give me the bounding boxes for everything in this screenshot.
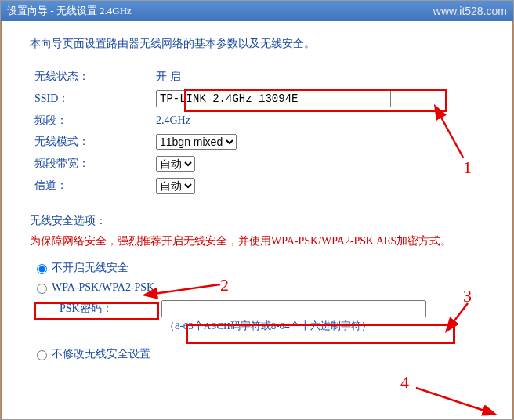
psk-hint: （8-63个ASCII码字符或8-64个十六进制字符） <box>165 319 498 333</box>
radio-wpa[interactable] <box>37 284 47 294</box>
wireless-status-label: 无线状态： <box>30 67 151 87</box>
radio-keep[interactable] <box>37 350 47 360</box>
annotation-number-1: 1 <box>463 158 472 178</box>
annotation-number-3: 3 <box>463 286 472 306</box>
band-label: 频段： <box>30 110 151 131</box>
radio-wpa-label: WPA-PSK/WPA2-PSK <box>52 281 154 294</box>
bandwidth-select[interactable]: 自动 <box>156 156 195 172</box>
psk-input[interactable] <box>161 300 426 317</box>
ssid-input[interactable] <box>156 90 391 107</box>
radio-row-wpa[interactable]: WPA-PSK/WPA2-PSK <box>33 281 498 294</box>
ssid-label: SSID： <box>30 87 151 110</box>
intro-text: 本向导页面设置路由器无线网络的基本参数以及无线安全。 <box>30 37 498 51</box>
radio-row-keep[interactable]: 不修改无线安全设置 <box>33 347 498 361</box>
settings-table: 无线状态： 开 启 SSID： 频段： 2.4GHz 无线模式： 11bgn m… <box>30 67 396 197</box>
radio-none[interactable] <box>37 264 47 274</box>
page-body: 本向导页面设置路由器无线网络的基本参数以及无线安全。 无线状态： 开 启 SSI… <box>1 21 513 420</box>
security-title: 无线安全选项： <box>30 214 498 228</box>
psk-label: PSK密码： <box>60 302 161 316</box>
channel-select[interactable]: 自动 <box>156 178 195 194</box>
mode-select[interactable]: 11bgn mixed <box>156 134 237 150</box>
wireless-status-value: 开 启 <box>151 67 396 87</box>
titlebar: 设置向导 - 无线设置 2.4GHz www.it528.com <box>1 1 513 21</box>
annotation-number-4: 4 <box>400 372 409 393</box>
mode-label: 无线模式： <box>30 131 151 153</box>
security-warning: 为保障网络安全，强烈推荐开启无线安全，并使用WPA-PSK/WPA2-PSK A… <box>30 233 498 250</box>
bandwidth-label: 频段带宽： <box>30 153 151 175</box>
window-title: 设置向导 - 无线设置 2.4GHz <box>7 4 132 18</box>
radio-none-label: 不开启无线安全 <box>52 261 128 275</box>
annotation-number-2: 2 <box>220 275 229 295</box>
band-value: 2.4GHz <box>151 110 396 131</box>
radio-row-none[interactable]: 不开启无线安全 <box>33 261 498 275</box>
radio-keep-label: 不修改无线安全设置 <box>52 347 150 361</box>
channel-label: 信道： <box>30 175 151 197</box>
watermark: www.it528.com <box>433 5 507 17</box>
